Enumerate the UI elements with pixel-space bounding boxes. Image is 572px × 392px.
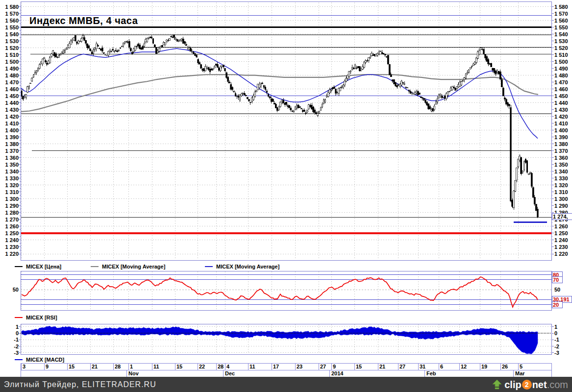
macd-label-left: 0 [16,330,19,336]
legend-macd-dash [15,359,23,360]
date-strip [21,363,551,370]
candle-body [537,209,539,217]
date-tick-label: 5 [520,364,522,369]
candle-body [518,159,519,167]
y-axis-label-left: 1 230 [5,244,19,250]
candle-body [226,73,227,77]
candle-body [362,67,363,70]
candle-body [161,45,163,47]
y-axis-label-right: 1 400 [554,127,568,133]
candle-body [57,57,58,58]
y-axis-label-right: 1 320 [554,182,568,188]
rsi-line [22,277,538,307]
y-axis-label-left: 1 550 [5,24,19,30]
candle-body [257,84,259,90]
candle-body [69,44,70,48]
candle-body [184,42,185,44]
candle-body [239,95,241,100]
candle-body [235,94,236,96]
candle-body [58,56,60,57]
candle-body [157,51,158,52]
candle-body [125,42,127,42]
candle-body [25,95,27,98]
candle-body [452,86,453,90]
candle-body [446,94,447,99]
y-axis-label-right: 1 480 [554,73,568,78]
candle-body [135,47,136,50]
candle-body [178,41,179,41]
candle-body [491,63,492,67]
candle-body [381,52,383,54]
candle-body [298,105,299,108]
legend-ma-slow-dash [91,266,99,267]
candle-body [532,188,534,197]
candle-body [465,74,467,78]
candle-body [344,81,346,85]
y-axis-label-right: 1 420 [554,114,568,120]
candle-body [373,55,374,55]
date-tick-label: 11 [249,364,255,369]
candle-body [236,96,238,97]
candle-body [422,98,423,98]
candle-body [299,107,300,107]
candle-body [163,43,165,45]
month-strip [21,370,551,377]
macd-label-right: 0 [554,330,557,336]
candle-body [55,54,57,57]
candle-body [423,98,425,100]
candle-body [440,94,441,96]
candle-body [441,96,443,98]
candle-body [482,49,483,49]
candle-body [464,78,465,80]
candle-body [265,87,266,90]
candle-body [280,102,281,107]
y-axis-label-left: 1 280 [5,210,19,216]
candle-body [303,110,305,111]
y-axis-label-right: 1 570 [554,11,568,17]
y-axis-label-left: 1 240 [5,237,19,243]
candle-body [144,44,145,46]
candle-body [37,68,39,70]
candle-body [489,64,491,65]
candle-body [461,81,462,85]
date-tick-label: 15 [356,364,362,369]
candle-body [390,74,392,77]
candle-body [82,36,84,38]
y-axis-label-right: 1 550 [554,24,568,30]
candle-body [141,48,142,49]
candle-body [319,111,320,113]
candle-body [356,68,357,68]
candle-body [269,97,271,98]
y-axis-label-left: 1 300 [5,196,19,202]
candle-body [48,61,50,63]
candle-body [473,64,474,65]
candle-body [284,103,286,105]
candle-body [133,49,135,51]
candle-body [395,82,397,86]
candle-body [354,65,356,69]
candle-body [528,174,529,175]
y-axis-label-left: 1 400 [5,127,19,133]
candle-body [305,113,306,113]
panel-border [21,271,551,310]
candle-body [60,54,61,55]
candle-body [459,82,461,87]
candle-body [101,48,103,51]
legend-price-label: MICEX [Цена] [26,264,61,270]
candle-body [75,35,76,41]
y-axis-label-left: 1 260 [5,223,19,229]
candle-body [33,75,34,77]
candle-body [359,67,360,71]
candle-body [414,93,416,94]
date-tick-label: 28 [218,364,224,369]
candle-body [196,55,198,57]
y-axis-label-right: 1 360 [554,155,568,161]
y-axis-label-left: 1 420 [5,114,19,120]
candle-body [320,107,322,111]
candle-body [84,38,85,41]
candle-body [525,159,526,163]
y-axis-label-right: 1 510 [554,52,568,58]
candle-body [274,103,275,104]
y-axis-label-left: 1 330 [5,175,19,181]
y-axis-label-left: 1 440 [5,100,19,106]
